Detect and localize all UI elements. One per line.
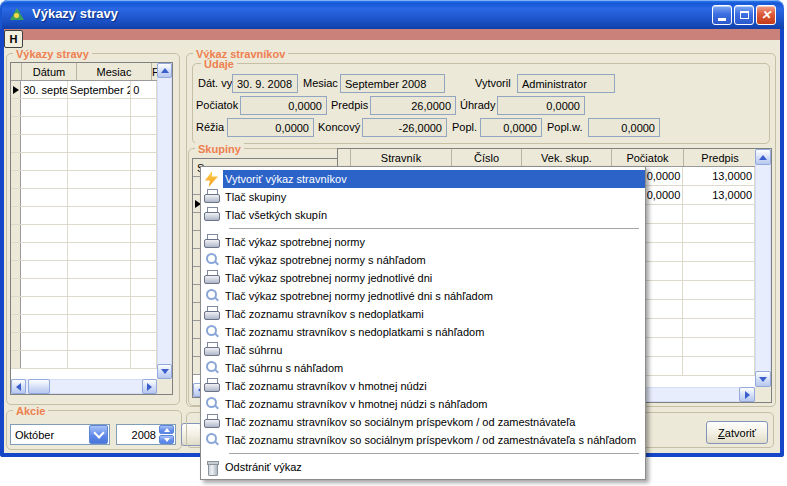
table-row[interactable] (11, 315, 157, 333)
column-header-vek-skup[interactable]: Vek. skup. (522, 149, 612, 166)
table-cell[interactable] (68, 171, 131, 188)
table-cell[interactable] (68, 261, 131, 278)
row-selector[interactable] (11, 261, 21, 278)
table-row[interactable] (11, 117, 157, 135)
spinner-down-button[interactable] (159, 435, 174, 444)
table-cell[interactable] (131, 153, 157, 170)
field-value-dat-vyst[interactable]: 30. 9. 2008 (232, 74, 298, 93)
table-row[interactable] (11, 189, 157, 207)
table-cell[interactable] (131, 297, 157, 314)
menu-item[interactable]: Vytvoriť výkaz stravníkov (201, 170, 645, 188)
table-row[interactable] (11, 243, 157, 261)
row-selector[interactable] (11, 333, 21, 350)
table-cell[interactable] (131, 243, 157, 260)
table-cell[interactable] (683, 300, 755, 318)
field-value-rezia[interactable]: 0,0000 (227, 118, 314, 137)
table-cell[interactable] (131, 333, 157, 350)
table-cell[interactable] (21, 207, 68, 224)
year-spinner[interactable]: 2008 (116, 424, 176, 445)
table-cell[interactable] (21, 171, 68, 188)
table-cell[interactable]: 30. septe (21, 81, 68, 98)
row-selector[interactable] (11, 351, 21, 368)
table-cell[interactable] (68, 207, 131, 224)
table-cell[interactable] (131, 171, 157, 188)
table-cell[interactable] (21, 261, 68, 278)
table-cell[interactable] (68, 333, 131, 350)
column-header-predpis[interactable]: Predpis (684, 149, 756, 166)
row-selector[interactable] (11, 135, 21, 152)
field-value-mesiac[interactable]: September 2008 (340, 74, 445, 93)
table-cell[interactable] (68, 99, 131, 116)
table-cell[interactable] (131, 117, 157, 134)
column-header-datum[interactable]: Dátum (22, 63, 77, 80)
table-cell[interactable]: 13,0000 (683, 186, 755, 204)
scroll-up-button[interactable] (755, 149, 771, 165)
month-dropdown[interactable]: Október (10, 424, 110, 445)
left-grid-vertical-scrollbar[interactable] (157, 63, 172, 379)
close-dialog-button[interactable]: Zatvoriť (706, 421, 768, 444)
field-value-predpis[interactable]: 26,0000 (370, 96, 456, 115)
table-cell[interactable] (683, 281, 755, 299)
table-row[interactable] (11, 153, 157, 171)
field-value-popl-w[interactable]: 0,0000 (588, 118, 660, 137)
table-row[interactable] (11, 99, 157, 117)
table-row[interactable] (11, 135, 157, 153)
table-cell[interactable] (21, 189, 68, 206)
table-cell[interactable] (68, 117, 131, 134)
scroll-down-button[interactable] (157, 364, 172, 379)
row-selector[interactable] (11, 99, 21, 116)
table-cell[interactable] (131, 99, 157, 116)
row-selector[interactable] (11, 243, 21, 260)
table-cell[interactable] (21, 153, 68, 170)
column-header-stravnik[interactable]: Stravník (351, 149, 452, 166)
scroll-right-button[interactable] (739, 387, 755, 402)
scroll-down-button[interactable] (755, 371, 771, 387)
row-selector[interactable] (11, 225, 21, 242)
menu-item[interactable]: Tlač súhrnu s náhľadom (201, 359, 645, 377)
menu-item[interactable]: Tlač skupiny (201, 188, 645, 206)
table-row[interactable] (11, 225, 157, 243)
table-cell[interactable]: September 2008 (68, 81, 131, 98)
table-cell[interactable] (683, 262, 755, 280)
titlebar[interactable]: Výkazy stravy ✕ (0, 0, 784, 29)
table-cell[interactable] (683, 338, 755, 356)
table-cell[interactable] (131, 315, 157, 332)
table-row[interactable] (11, 333, 157, 351)
row-selector[interactable] (11, 81, 21, 98)
table-cell[interactable] (68, 225, 131, 242)
minimize-button[interactable] (712, 5, 732, 25)
field-value-popl[interactable]: 0,0000 (480, 118, 542, 137)
row-selector[interactable] (11, 315, 21, 332)
table-cell[interactable] (21, 225, 68, 242)
scroll-up-button[interactable] (157, 63, 172, 78)
menu-item[interactable]: Tlač zoznamu stravníkov so sociálnym prí… (201, 431, 645, 449)
menu-item[interactable]: Tlač súhrnu (201, 341, 645, 359)
menu-item[interactable]: Tlač zoznamu stravníkov s nedoplatkami (201, 305, 645, 323)
table-row[interactable] (11, 261, 157, 279)
table-cell[interactable] (131, 261, 157, 278)
table-cell[interactable] (68, 243, 131, 260)
field-value-koncovy[interactable]: -26,0000 (362, 118, 447, 137)
table-cell[interactable] (683, 205, 755, 223)
table-cell[interactable] (683, 357, 755, 375)
row-selector[interactable] (11, 297, 21, 314)
table-cell[interactable]: 0 (131, 81, 157, 98)
menu-item[interactable]: Tlač výkaz spotrebnej normy jednotlivé d… (201, 287, 645, 305)
left-grid-horizontal-scrollbar[interactable] (11, 379, 157, 394)
row-selector[interactable] (11, 171, 21, 188)
table-row[interactable] (11, 279, 157, 297)
table-cell[interactable] (21, 333, 68, 350)
table-cell[interactable] (131, 189, 157, 206)
menu-item[interactable]: Tlač výkaz spotrebnej normy jednotlivé d… (201, 269, 645, 287)
stravnici-vertical-scrollbar[interactable] (755, 149, 771, 387)
column-header-pociatok[interactable]: Počiatok (612, 149, 684, 166)
close-button[interactable]: ✕ (756, 5, 776, 25)
table-cell[interactable] (131, 351, 157, 368)
menu-item[interactable]: Tlač zoznamu stravníkov v hmotnej núdzi … (201, 395, 645, 413)
table-cell[interactable] (21, 297, 68, 314)
menu-item[interactable]: Tlač zoznamu stravníkov s nedoplatkami s… (201, 323, 645, 341)
row-selector[interactable] (11, 153, 21, 170)
table-row[interactable] (11, 207, 157, 225)
table-cell[interactable] (68, 135, 131, 152)
table-cell[interactable] (683, 243, 755, 261)
